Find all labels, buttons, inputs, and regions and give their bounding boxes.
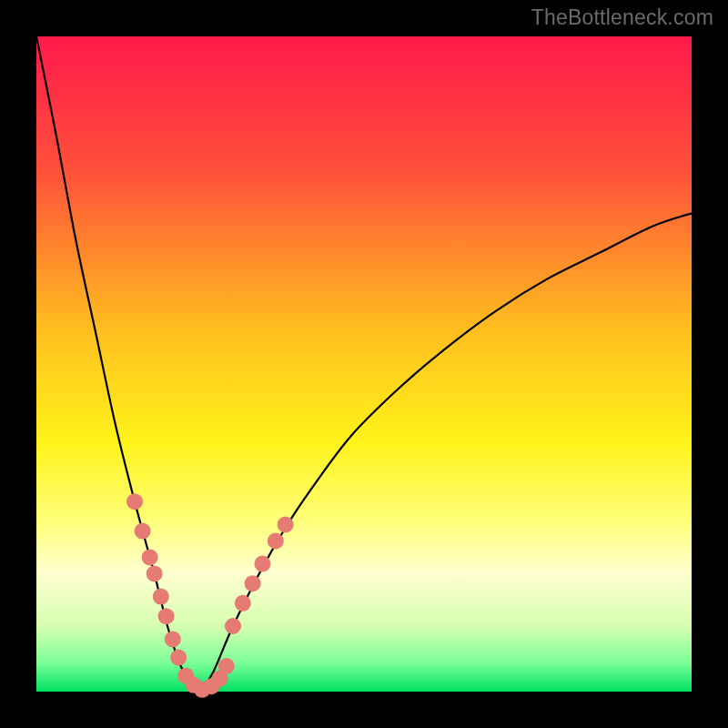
marker-dot [153,589,169,605]
marker-dot [165,631,181,647]
marker-dot [245,575,261,592]
marker-dot [142,549,158,565]
marker-dot [225,618,241,634]
marker-dot [254,556,270,572]
chart-svg [0,0,728,728]
marker-dot [147,565,163,581]
plot-background [36,36,692,692]
outer-frame: TheBottleneck.com [0,0,728,728]
watermark-text: TheBottleneck.com [531,5,713,30]
marker-dot [135,523,151,540]
marker-dot [235,595,251,612]
marker-dot [158,608,175,624]
marker-dot [170,650,187,666]
marker-dot [126,493,143,510]
marker-dot [218,658,235,674]
marker-dot [268,532,284,549]
marker-dot [278,516,294,532]
